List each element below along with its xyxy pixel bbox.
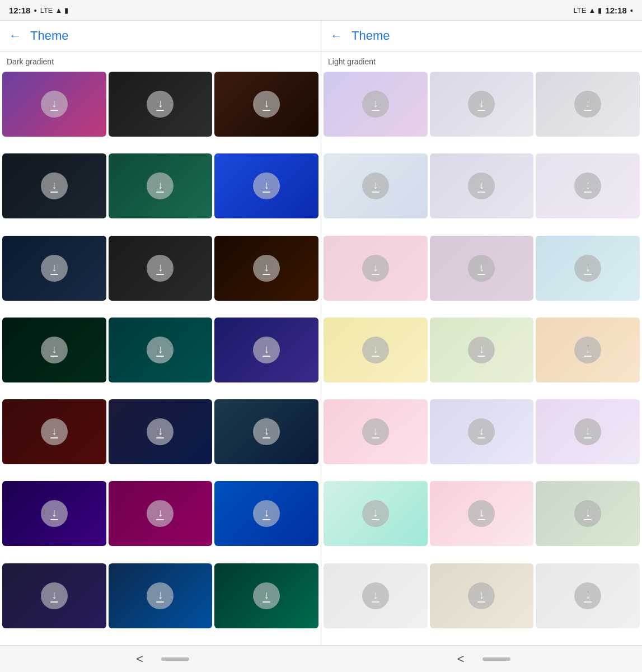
download-icon: ↓ (50, 262, 58, 275)
light-theme-card[interactable]: ↓ (536, 318, 640, 382)
download-button[interactable]: ↓ (41, 418, 68, 445)
dark-theme-card[interactable]: ↓ (2, 563, 106, 628)
bottom-left: < (0, 646, 321, 672)
download-button[interactable]: ↓ (468, 172, 495, 199)
download-button[interactable]: ↓ (41, 337, 68, 363)
download-button[interactable]: ↓ (362, 91, 389, 118)
download-button[interactable]: ↓ (41, 255, 68, 282)
download-icon: ↓ (263, 343, 270, 357)
download-button[interactable]: ↓ (147, 500, 174, 527)
download-button[interactable]: ↓ (574, 255, 601, 282)
download-button[interactable]: ↓ (468, 500, 495, 527)
light-theme-grid: ↓ ↓ ↓ ↓ ↓ (321, 69, 642, 645)
light-theme-card[interactable]: ↓ (536, 399, 640, 464)
dark-theme-card[interactable]: ↓ (2, 481, 106, 546)
light-theme-card[interactable]: ↓ (324, 236, 428, 301)
download-button[interactable]: ↓ (147, 582, 174, 609)
download-button[interactable]: ↓ (253, 337, 280, 363)
download-button[interactable]: ↓ (574, 582, 601, 609)
dark-theme-card[interactable]: ↓ (214, 236, 318, 301)
light-theme-card[interactable]: ↓ (536, 72, 640, 137)
dark-theme-card[interactable]: ↓ (2, 153, 106, 218)
dark-theme-card[interactable]: ↓ (109, 153, 213, 218)
download-button[interactable]: ↓ (253, 91, 280, 118)
download-button[interactable]: ↓ (41, 91, 68, 118)
nav-back-right[interactable]: < (453, 647, 469, 671)
dark-theme-card[interactable]: ↓ (109, 318, 213, 382)
download-button[interactable]: ↓ (362, 582, 389, 609)
download-button[interactable]: ↓ (147, 91, 174, 118)
download-button[interactable]: ↓ (468, 418, 495, 445)
dark-theme-card[interactable]: ↓ (214, 72, 318, 137)
light-theme-card[interactable]: ↓ (324, 563, 428, 628)
download-button[interactable]: ↓ (253, 255, 280, 282)
light-theme-card[interactable]: ↓ (430, 72, 534, 137)
download-button[interactable]: ↓ (362, 500, 389, 527)
light-theme-card[interactable]: ↓ (324, 318, 428, 382)
dark-theme-card[interactable]: ↓ (109, 399, 213, 464)
light-theme-card[interactable]: ↓ (430, 236, 534, 301)
download-button[interactable]: ↓ (147, 418, 174, 445)
download-button[interactable]: ↓ (574, 172, 601, 199)
dark-theme-card[interactable]: ↓ (109, 481, 213, 546)
light-theme-card[interactable]: ↓ (430, 563, 534, 628)
download-button[interactable]: ↓ (147, 172, 174, 199)
light-theme-card[interactable]: ↓ (536, 153, 640, 218)
dark-theme-card[interactable]: ↓ (109, 563, 213, 628)
light-theme-card[interactable]: ↓ (324, 153, 428, 218)
download-button[interactable]: ↓ (574, 500, 601, 527)
download-button[interactable]: ↓ (362, 418, 389, 445)
download-button[interactable]: ↓ (253, 500, 280, 527)
light-theme-card[interactable]: ↓ (536, 563, 640, 628)
dark-theme-card[interactable]: ↓ (2, 399, 106, 464)
light-theme-card[interactable]: ↓ (536, 236, 640, 301)
dark-theme-card[interactable]: ↓ (2, 236, 106, 301)
download-button[interactable]: ↓ (253, 418, 280, 445)
dark-theme-card[interactable]: ↓ (2, 318, 106, 382)
download-button[interactable]: ↓ (574, 418, 601, 445)
download-button[interactable]: ↓ (41, 500, 68, 527)
dark-theme-card[interactable]: ↓ (214, 153, 318, 218)
download-button[interactable]: ↓ (41, 582, 68, 609)
light-theme-card[interactable]: ↓ (430, 481, 534, 546)
light-theme-card[interactable]: ↓ (430, 153, 534, 218)
light-back-button[interactable]: ← (330, 29, 343, 43)
download-button[interactable]: ↓ (147, 337, 174, 363)
light-theme-card[interactable]: ↓ (324, 399, 428, 464)
download-icon: ↓ (50, 179, 58, 193)
download-button[interactable]: ↓ (41, 172, 68, 199)
nav-back-left[interactable]: < (132, 647, 148, 671)
download-button[interactable]: ↓ (574, 91, 601, 118)
dark-theme-card[interactable]: ↓ (109, 72, 213, 137)
download-icon: ↓ (263, 589, 270, 603)
dark-theme-card[interactable]: ↓ (109, 236, 213, 301)
download-button[interactable]: ↓ (468, 255, 495, 282)
download-button[interactable]: ↓ (362, 172, 389, 199)
download-icon: ↓ (584, 262, 592, 275)
download-icon: ↓ (263, 425, 270, 438)
download-icon: ↓ (477, 343, 485, 357)
dark-theme-card[interactable]: ↓ (214, 563, 318, 628)
light-theme-card[interactable]: ↓ (430, 399, 534, 464)
download-button[interactable]: ↓ (362, 255, 389, 282)
dark-theme-card[interactable]: ↓ (214, 481, 318, 546)
dark-theme-card[interactable]: ↓ (214, 318, 318, 382)
download-icon: ↓ (477, 262, 485, 275)
dot-right: • (630, 6, 633, 15)
download-button[interactable]: ↓ (468, 337, 495, 363)
light-theme-card[interactable]: ↓ (536, 481, 640, 546)
download-button[interactable]: ↓ (147, 255, 174, 282)
download-button[interactable]: ↓ (253, 582, 280, 609)
download-button[interactable]: ↓ (574, 337, 601, 363)
dark-back-button[interactable]: ← (9, 29, 21, 43)
dark-theme-card[interactable]: ↓ (214, 399, 318, 464)
dark-theme-card[interactable]: ↓ (2, 72, 106, 137)
light-theme-card[interactable]: ↓ (324, 481, 428, 546)
download-button[interactable]: ↓ (468, 582, 495, 609)
light-theme-card[interactable]: ↓ (430, 318, 534, 382)
light-theme-card[interactable]: ↓ (324, 72, 428, 137)
download-icon: ↓ (477, 589, 485, 603)
download-button[interactable]: ↓ (362, 337, 389, 363)
download-button[interactable]: ↓ (253, 172, 280, 199)
download-button[interactable]: ↓ (468, 91, 495, 118)
